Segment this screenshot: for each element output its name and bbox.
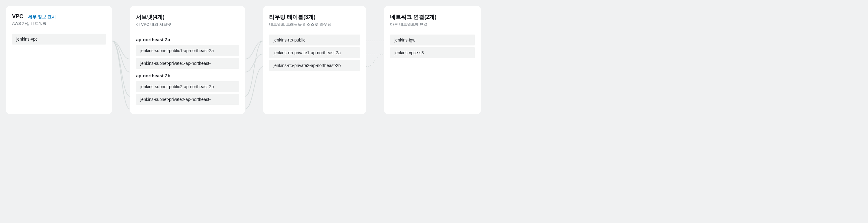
connections-title: 네트워크 연결(2개): [390, 13, 475, 21]
routes-subtitle: 네트워크 트래픽을 리소스로 라우팅: [269, 22, 360, 27]
subnet-item[interactable]: jenkins-subnet-public2-ap-northeast-2b: [136, 81, 239, 92]
subnets-header: 서브넷(4개) 이 VPC 내의 서브넷: [136, 13, 239, 27]
subnets-subtitle: 이 VPC 내의 서브넷: [136, 22, 239, 27]
route-table-item[interactable]: jenkins-rtb-private2-ap-northeast-2b: [269, 60, 360, 71]
subnets-title: 서브넷(4개): [136, 13, 239, 21]
vpc-column: VPC 세부 정보 표시 AWS 가상 네트워크 jenkins-vpc: [6, 6, 112, 114]
subnets-column: 서브넷(4개) 이 VPC 내의 서브넷 ap-northeast-2a jen…: [130, 6, 245, 114]
routes-header: 라우팅 테이블(3개) 네트워크 트래픽을 리소스로 라우팅: [269, 13, 360, 27]
vpc-title: VPC: [12, 13, 23, 20]
subnet-item[interactable]: jenkins-subnet-private2-ap-northeast-: [136, 94, 239, 105]
show-details-link[interactable]: 세부 정보 표시: [28, 14, 56, 20]
route-table-item[interactable]: jenkins-rtb-private1-ap-northeast-2a: [269, 47, 360, 58]
connections-header: 네트워크 연결(2개) 다른 네트워크에 연결: [390, 13, 475, 27]
subnet-item[interactable]: jenkins-subnet-public1-ap-northeast-2a: [136, 45, 239, 56]
connection-item[interactable]: jenkins-igw: [390, 34, 475, 46]
subnet-item[interactable]: jenkins-subnet-private1-ap-northeast-: [136, 58, 239, 69]
az-group-label: ap-northeast-2b: [136, 71, 239, 81]
resource-map-container: VPC 세부 정보 표시 AWS 가상 네트워크 jenkins-vpc 서브넷…: [6, 6, 862, 114]
routes-title: 라우팅 테이블(3개): [269, 13, 360, 21]
connection-item[interactable]: jenkins-vpce-s3: [390, 47, 475, 58]
connections-column: 네트워크 연결(2개) 다른 네트워크에 연결 jenkins-igw jenk…: [384, 6, 481, 114]
vpc-item[interactable]: jenkins-vpc: [12, 34, 106, 45]
route-tables-column: 라우팅 테이블(3개) 네트워크 트래픽을 리소스로 라우팅 jenkins-r…: [263, 6, 366, 114]
az-group-label: ap-northeast-2a: [136, 34, 239, 45]
vpc-subtitle: AWS 가상 네트워크: [12, 21, 106, 26]
connections-subtitle: 다른 네트워크에 연결: [390, 22, 475, 27]
route-table-item[interactable]: jenkins-rtb-public: [269, 34, 360, 46]
vpc-header: VPC 세부 정보 표시 AWS 가상 네트워크: [12, 13, 106, 26]
